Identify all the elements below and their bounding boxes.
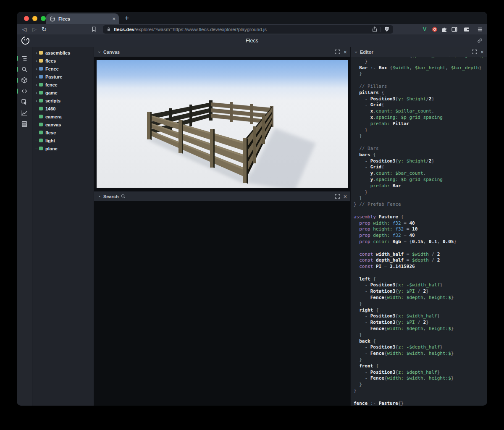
chevron-down-icon[interactable]: › xyxy=(353,50,359,54)
code-line[interactable] xyxy=(354,139,487,146)
code-line[interactable]: - Position3{x: -$width_half} xyxy=(354,282,487,288)
code-area[interactable]: Pillar :- Box {$pillar_width, $height, $… xyxy=(351,57,487,406)
code-line[interactable]: - Position3{z: $depth_half} xyxy=(354,370,487,376)
code-line[interactable]: } xyxy=(354,189,487,196)
code-line[interactable] xyxy=(354,394,487,401)
sidebar-item-game[interactable]: › game xyxy=(32,89,94,97)
code-line[interactable]: back { xyxy=(354,338,487,345)
expander-icon[interactable]: › xyxy=(34,98,39,103)
3d-viewport[interactable] xyxy=(97,60,348,188)
share-icon[interactable] xyxy=(372,26,378,32)
wallet-icon[interactable] xyxy=(462,24,471,34)
code-line[interactable]: prefab: Bar xyxy=(354,183,487,189)
code-line[interactable]: - Position3{y: $height/2} xyxy=(354,158,487,165)
code-line[interactable] xyxy=(354,270,487,276)
code-line[interactable]: pillars { xyxy=(354,90,487,96)
bookmark-icon[interactable] xyxy=(89,24,98,34)
forward-icon[interactable]: ▷ xyxy=(30,24,39,34)
code-line[interactable]: const depth_half = $depth / 2 xyxy=(354,257,487,264)
code-line[interactable]: prop width: f32 = 40 xyxy=(354,220,487,227)
expander-icon[interactable]: › xyxy=(34,82,39,87)
browser-tab[interactable]: Flecs × xyxy=(46,13,119,24)
code-line[interactable]: } xyxy=(354,382,487,388)
code-line[interactable]: prefab: Pillar xyxy=(354,121,487,127)
code-line[interactable]: Bar :- Box {$width, $bar_height, $bar_de… xyxy=(354,65,487,71)
code-line[interactable] xyxy=(354,245,487,252)
code-line[interactable]: - Position3{z: -$depth_half} xyxy=(354,344,487,351)
new-tab-button[interactable]: + xyxy=(122,13,132,23)
url-bar[interactable]: flecs.dev/explorer/?wasm=https://www.fle… xyxy=(103,25,393,34)
code-line[interactable] xyxy=(354,77,487,84)
code-line[interactable]: } xyxy=(354,388,487,394)
code-line[interactable]: Pillar :- Box {$pillar_width, $height, $… xyxy=(354,57,487,59)
expander-icon[interactable]: › xyxy=(34,90,39,95)
reload-icon[interactable]: ↻ xyxy=(40,24,48,34)
code-line[interactable]: y.spacing: $b_grid_spacing xyxy=(354,177,487,183)
code-line[interactable] xyxy=(354,208,487,214)
code-line[interactable]: prop color: Rgb = {0.15, 0.1, 0.05} xyxy=(354,239,487,245)
sidebar-toggle-icon[interactable] xyxy=(450,24,459,34)
leaf-dash-icon[interactable]: – xyxy=(34,138,39,143)
code-line[interactable]: const PI = 3.1415926 xyxy=(354,264,487,270)
sidebar-item-scripts[interactable]: › scripts xyxy=(32,97,94,105)
tab-close-icon[interactable]: × xyxy=(112,16,116,21)
expander-icon[interactable]: › xyxy=(34,58,39,63)
back-icon[interactable]: ◁ xyxy=(20,24,29,34)
sidebar-item-fence[interactable]: › fence xyxy=(32,81,94,89)
code-line[interactable]: - Fence{width: $depth, height:$} xyxy=(354,326,487,332)
sidebar-item-Fence[interactable]: › Fence xyxy=(32,65,94,73)
vue-devtools-icon[interactable]: V xyxy=(420,24,429,34)
code-line[interactable]: x.count: $pillar_count, xyxy=(354,108,487,115)
code-line[interactable]: - Grid{ xyxy=(354,102,487,108)
fullscreen-icon[interactable] xyxy=(335,194,340,199)
code-line[interactable]: assembly Pasture { xyxy=(354,214,487,220)
code-line[interactable]: bars { xyxy=(354,152,487,158)
sidebar-item-assemblies[interactable]: › assemblies xyxy=(32,49,94,57)
code-line[interactable]: } xyxy=(354,127,487,134)
code-line[interactable]: - Position3{y: $height/2} xyxy=(354,96,487,102)
sidebar-item-canvas[interactable]: – canvas xyxy=(32,121,94,128)
code-line[interactable]: } xyxy=(354,195,487,202)
sidebar-item-1460[interactable]: – 1460 xyxy=(32,105,94,113)
menu-icon[interactable] xyxy=(476,24,484,34)
collapsed-indicator-icon[interactable]: • xyxy=(97,194,102,199)
close-window-button[interactable] xyxy=(24,16,29,21)
code-line[interactable]: } // Prefab Fence xyxy=(354,202,487,208)
zoom-window-button[interactable] xyxy=(41,16,46,21)
code-line[interactable]: } xyxy=(354,71,487,77)
sidebar-item-Pasture[interactable]: › Pasture xyxy=(32,73,94,81)
editor-body[interactable]: Pillar :- Box {$pillar_width, $height, $… xyxy=(351,57,487,406)
rail-button-search-icon[interactable] xyxy=(17,64,32,75)
code-line[interactable]: - Rotation3{y: $PI / 2} xyxy=(354,320,487,326)
close-icon[interactable]: × xyxy=(344,49,347,55)
rail-button-rows-icon[interactable] xyxy=(17,118,32,129)
sidebar-item-plane[interactable]: – plane xyxy=(32,144,94,152)
sidebar-item-flecs[interactable]: › flecs xyxy=(32,57,94,65)
expander-icon[interactable]: › xyxy=(34,74,39,79)
code-line[interactable]: front { xyxy=(354,363,487,370)
code-line[interactable]: right { xyxy=(354,307,487,314)
rail-button-code-icon[interactable] xyxy=(17,86,32,97)
leaf-dash-icon[interactable]: – xyxy=(34,122,39,127)
leaf-dash-icon[interactable]: – xyxy=(34,130,39,135)
link-icon[interactable] xyxy=(477,37,483,44)
leaf-dash-icon[interactable]: – xyxy=(34,146,39,151)
expander-icon[interactable]: › xyxy=(34,66,39,71)
code-line[interactable]: const width_half = $width / 2 xyxy=(354,252,487,258)
code-line[interactable]: y.count: $bar_count, xyxy=(354,170,487,177)
sidebar-item-light[interactable]: – light xyxy=(32,136,94,144)
code-line[interactable]: fence :- Pasture{} xyxy=(354,401,487,406)
rail-button-inspect-icon[interactable] xyxy=(17,97,32,108)
code-line[interactable]: // Pillars xyxy=(354,84,487,90)
fullscreen-icon[interactable] xyxy=(472,49,477,55)
rail-button-chart-icon[interactable] xyxy=(17,108,32,118)
code-line[interactable]: } xyxy=(354,332,487,338)
expander-icon[interactable]: › xyxy=(34,50,39,55)
brave-shield-icon[interactable] xyxy=(384,26,390,32)
leaf-dash-icon[interactable]: – xyxy=(34,106,39,111)
rail-button-cube-icon[interactable] xyxy=(17,75,32,86)
code-line[interactable]: prop height: f32 = 10 xyxy=(354,226,487,233)
code-line[interactable]: - Fence{width: $depth, height:$} xyxy=(354,295,487,301)
code-line[interactable]: - Fence{width: $width, height:$} xyxy=(354,351,487,357)
chevron-down-icon[interactable]: › xyxy=(97,50,102,54)
